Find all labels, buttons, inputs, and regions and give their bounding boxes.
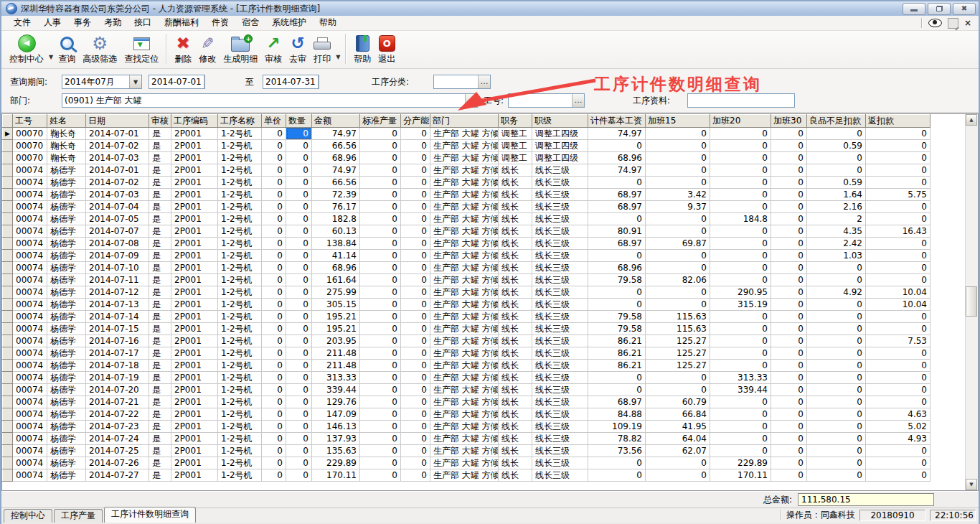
row-indicator[interactable] [3, 408, 13, 421]
cell[interactable]: 0 [588, 469, 646, 482]
cell[interactable]: 杨德学 [47, 238, 86, 250]
ellipsis-button[interactable]: … [572, 94, 584, 107]
cell[interactable]: 杨德学 [47, 262, 86, 274]
cell[interactable]: 0 [286, 250, 312, 262]
cell[interactable]: 0 [771, 213, 807, 225]
table-row[interactable]: 00074杨德学2014-07-21是2P0011-2号机00129.7600生… [3, 396, 930, 408]
row-indicator[interactable] [3, 335, 13, 347]
cell[interactable]: 生产部 大罐 方倾线长 [430, 347, 499, 360]
close-button[interactable]: ✖ [953, 3, 976, 15]
cell[interactable]: 0 [262, 225, 286, 238]
cell[interactable]: 0 [807, 421, 866, 433]
cell[interactable]: 生产部 大罐 方倾线长 [430, 262, 499, 274]
cell[interactable]: 0 [360, 469, 401, 482]
cell[interactable]: 313.33 [710, 372, 771, 384]
cell[interactable]: 0 [771, 128, 807, 140]
cell[interactable]: 0 [262, 421, 286, 433]
cell[interactable]: 0 [401, 421, 430, 433]
cell[interactable]: 0 [360, 323, 401, 335]
cell[interactable]: 2014-07-27 [86, 469, 149, 482]
cell[interactable]: 147.09 [312, 408, 360, 421]
cell[interactable]: 0 [286, 152, 312, 164]
cell[interactable]: 0 [771, 396, 807, 408]
table-row[interactable]: 00070鞠长奇2014-07-03是2P0011-2号机0068.9600生产… [3, 152, 930, 164]
cell[interactable]: 2014-07-21 [86, 396, 149, 408]
cell[interactable]: 2 [807, 213, 866, 225]
cell[interactable]: 0 [360, 347, 401, 360]
cell[interactable]: 84.88 [588, 408, 646, 421]
minimize-button[interactable] [903, 3, 925, 15]
cell[interactable]: 229.89 [312, 457, 360, 469]
cell[interactable]: 0 [866, 164, 930, 177]
cell[interactable]: 170.11 [710, 469, 771, 482]
cell[interactable]: 275.99 [312, 286, 360, 299]
cell[interactable]: 00070 [13, 152, 47, 164]
cell[interactable]: 0 [401, 177, 430, 189]
cell[interactable]: 线长 [499, 372, 532, 384]
cell[interactable]: 138.84 [312, 238, 360, 250]
cell[interactable]: 线长三级 [532, 335, 588, 347]
cell[interactable]: 0 [866, 274, 930, 286]
table-row[interactable]: 00074杨德学2014-07-12是2P0011-2号机00275.9900生… [3, 286, 930, 299]
cell[interactable]: 0 [710, 433, 771, 445]
cell[interactable]: 线长三级 [532, 396, 588, 408]
row-indicator[interactable] [3, 323, 13, 335]
chevron-down-icon[interactable]: ▼ [334, 54, 341, 60]
cell[interactable]: 0 [401, 372, 430, 384]
cell[interactable]: 1-2号机 [218, 347, 262, 360]
cell[interactable]: 0 [262, 128, 286, 140]
cell[interactable]: 0 [401, 360, 430, 372]
cell[interactable]: 线长 [499, 457, 532, 469]
cell[interactable]: 2P001 [171, 250, 218, 262]
cell[interactable]: 0 [807, 384, 866, 396]
table-row[interactable]: 00074杨德学2014-07-22是2P0011-2号机00147.0900生… [3, 408, 930, 421]
cell[interactable]: 线长三级 [532, 311, 588, 323]
cell[interactable]: 0 [286, 274, 312, 286]
cell[interactable]: 68.96 [312, 262, 360, 274]
cell[interactable]: 2014-07-25 [86, 445, 149, 457]
cell[interactable]: 0 [286, 286, 312, 299]
cell[interactable]: 203.95 [312, 335, 360, 347]
cell[interactable]: 0 [286, 177, 312, 189]
row-indicator[interactable] [3, 274, 13, 286]
cell[interactable]: 2P001 [171, 286, 218, 299]
cell[interactable]: 0 [646, 457, 710, 469]
table-row[interactable]: 00074杨德学2014-07-07是2P0011-2号机0060.1300生产… [3, 225, 930, 238]
cell[interactable]: 0 [286, 408, 312, 421]
row-indicator[interactable] [3, 213, 13, 225]
current-row-indicator[interactable]: ▶ [3, 128, 13, 140]
cell[interactable]: 线长三级 [532, 408, 588, 421]
process-class-input[interactable]: … [433, 75, 491, 89]
table-row[interactable]: 00074杨德学2014-07-27是2P0011-2号机00170.1100生… [3, 469, 930, 482]
cell[interactable]: 2.42 [807, 238, 866, 250]
row-indicator[interactable] [3, 469, 13, 482]
cell[interactable]: 线长三级 [532, 250, 588, 262]
cell[interactable]: 00074 [13, 457, 47, 469]
cell[interactable]: 线长 [499, 421, 532, 433]
cell[interactable]: 线长三级 [532, 262, 588, 274]
cell[interactable]: 1-2号机 [218, 164, 262, 177]
cell[interactable]: 0 [646, 213, 710, 225]
cell[interactable]: 0 [286, 360, 312, 372]
cell[interactable]: 2P001 [171, 421, 218, 433]
table-row[interactable]: 00074杨德学2014-07-24是2P0011-2号机00137.9300生… [3, 433, 930, 445]
column-header-分产能[interactable]: 分产能 [401, 115, 430, 128]
table-row[interactable]: 00074杨德学2014-07-01是2P0011-2号机0074.9700生产… [3, 164, 930, 177]
chevron-down-icon[interactable]: ▼ [129, 75, 141, 88]
control-center-button[interactable]: ◀ 控制中心 [6, 32, 47, 66]
cell[interactable]: 0 [360, 201, 401, 213]
row-indicator[interactable] [3, 177, 13, 189]
cell[interactable]: 0 [401, 128, 430, 140]
column-header-金额[interactable]: 金额 [312, 115, 360, 128]
cell[interactable]: 0 [360, 128, 401, 140]
cell[interactable]: 2014-07-18 [86, 360, 149, 372]
row-indicator[interactable] [3, 140, 13, 152]
cell[interactable]: 是 [149, 225, 171, 238]
cell[interactable]: 0 [262, 323, 286, 335]
cell[interactable]: 0 [360, 164, 401, 177]
cell[interactable]: 0 [401, 384, 430, 396]
cell[interactable]: 86.21 [588, 360, 646, 372]
menu-item-宿舍[interactable]: 宿舍 [235, 15, 265, 31]
cell[interactable]: 211.48 [312, 360, 360, 372]
cell[interactable]: 是 [149, 177, 171, 189]
